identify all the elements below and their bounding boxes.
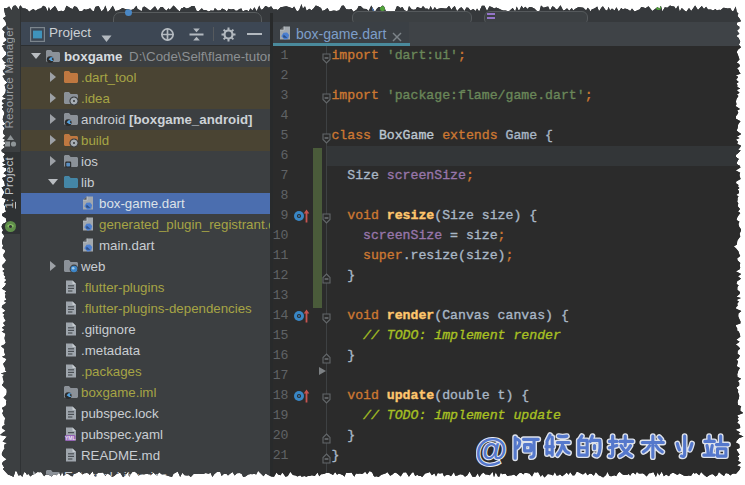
svg-text:@: @: [476, 431, 507, 468]
svg-text:YML: YML: [65, 435, 76, 441]
